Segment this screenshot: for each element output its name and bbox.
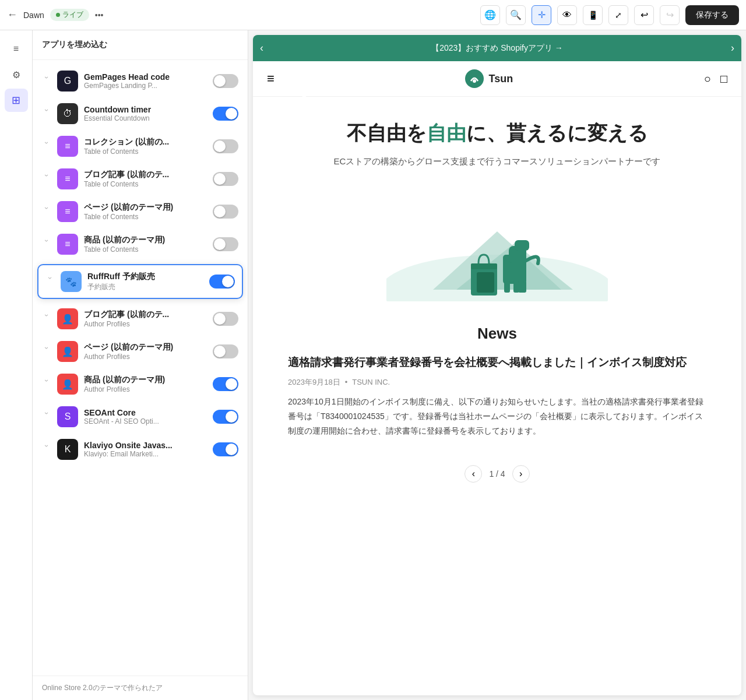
app-info-countdown: Countdown timerEssential Countdown	[84, 105, 207, 122]
app-sub-page2: Author Profiles	[84, 353, 207, 361]
article-body: 2023年10月1日開始のインボイス制度に備え、以下の通りお知らせいたします。当…	[288, 395, 706, 439]
toggle-gempage[interactable]	[213, 74, 238, 88]
app-icon-collection: ≡	[57, 136, 78, 157]
chevron-icon-seoant: ›	[43, 412, 51, 421]
store-name: Dawn	[23, 10, 44, 20]
app-item-gempage[interactable]: ›GGemPages Head codeGemPages Landing P..…	[33, 65, 248, 97]
mobile-icon-btn[interactable]: 📱	[583, 5, 603, 25]
banner-next[interactable]: ›	[731, 42, 734, 54]
app-name-collection: コレクション (以前の...	[84, 137, 207, 147]
sidebar-icon-apps[interactable]: ≡	[5, 37, 28, 61]
app-sub-collection: Table of Contents	[84, 147, 207, 156]
app-info-ruffruff: RuffRuff 予約販売予約販売	[87, 272, 203, 292]
article-meta: 2023年9月18日 • TSUN INC.	[288, 377, 706, 388]
app-item-countdown[interactable]: ›⏱Countdown timerEssential Countdown	[33, 97, 248, 130]
app-name-blog1: ブログ記事 (以前のテ...	[84, 170, 207, 180]
app-name-goods2: 商品 (以前のテーマ用)	[84, 375, 207, 385]
app-name-countdown: Countdown timer	[84, 105, 207, 114]
app-name-ruffruff: RuffRuff 予約販売	[87, 272, 203, 282]
app-icon-countdown: ⏱	[57, 103, 78, 124]
toggle-ruffruff[interactable]	[209, 275, 235, 289]
svg-rect-11	[518, 281, 524, 293]
app-info-page2: ページ (以前のテーマ用)Author Profiles	[84, 342, 207, 361]
toggle-collection[interactable]	[213, 139, 238, 153]
save-button[interactable]: 保存する	[685, 5, 739, 25]
sidebar-icon-layers[interactable]: ⊞	[5, 89, 28, 112]
app-item-page2[interactable]: ›👤ページ (以前のテーマ用)Author Profiles	[33, 335, 248, 368]
globe-icon-btn[interactable]: 🌐	[480, 5, 500, 25]
app-info-seoant: SEOAnt CoreSEOAnt - AI SEO Opti...	[84, 408, 207, 425]
back-button[interactable]: ←	[7, 9, 17, 21]
toggle-blog2[interactable]	[213, 312, 238, 326]
more-button[interactable]: •••	[95, 10, 104, 20]
share-icon-btn[interactable]: ⤢	[608, 5, 628, 25]
store-illustration-svg	[386, 196, 608, 301]
app-info-goods1: 商品 (以前のテーマ用)Table of Contents	[84, 235, 207, 254]
eye-icon-btn[interactable]: 👁	[557, 5, 577, 25]
app-sub-ruffruff: 予約販売	[87, 282, 203, 292]
chevron-icon-ruffruff: ›	[46, 277, 54, 286]
app-name-seoant: SEOAnt Core	[84, 408, 207, 417]
cursor-icon-btn[interactable]: ✛	[532, 5, 551, 25]
svg-rect-14	[477, 272, 494, 293]
app-item-ruffruff[interactable]: ›🐾RuffRuff 予約販売予約販売	[37, 264, 243, 299]
nav-search-btn[interactable]: ○	[704, 72, 711, 86]
app-list: ›GGemPages Head codeGemPages Landing P..…	[33, 60, 248, 676]
toggle-klaviyo[interactable]	[213, 442, 238, 456]
preview-frame: ‹ 【2023】おすすめ Shopifyアプリ → › ≡ Tsun ○	[253, 35, 741, 695]
toggle-page1[interactable]	[213, 205, 238, 219]
undo-btn[interactable]: ↩	[634, 5, 654, 25]
svg-rect-8	[504, 281, 510, 293]
store-logo: Tsun	[465, 69, 513, 88]
app-name-goods1: 商品 (以前のテーマ用)	[84, 235, 207, 245]
app-item-collection[interactable]: ›≡コレクション (以前の...Table of Contents	[33, 130, 248, 163]
app-sub-seoant: SEOAnt - AI SEO Opti...	[84, 417, 207, 425]
app-sub-klaviyo: Klaviyo: Email Marketi...	[84, 450, 207, 458]
app-icon-ruffruff: 🐾	[61, 271, 82, 292]
nav-cart-btn[interactable]: □	[720, 72, 727, 86]
redo-btn[interactable]: ↪	[660, 5, 680, 25]
news-title: News	[288, 325, 706, 343]
store-nav: ≡ Tsun ○ □	[253, 61, 741, 97]
app-info-collection: コレクション (以前の...Table of Contents	[84, 137, 207, 156]
app-item-klaviyo[interactable]: ›KKlaviyo Onsite Javas...Klaviyo: Email …	[33, 433, 248, 466]
banner-text: 【2023】おすすめ Shopifyアプリ →	[263, 43, 731, 54]
toggle-goods2[interactable]	[213, 377, 238, 391]
hamburger-menu[interactable]: ≡	[267, 71, 275, 86]
app-item-page1[interactable]: ›≡ページ (以前のテーマ用)Table of Contents	[33, 195, 248, 228]
app-name-blog2: ブログ記事 (以前のテ...	[84, 309, 207, 320]
chevron-icon-goods2: ›	[43, 379, 51, 389]
app-item-blog2[interactable]: ›👤ブログ記事 (以前のテ...Author Profiles	[33, 302, 248, 335]
app-icon-blog2: 👤	[57, 308, 78, 329]
search-icon-btn[interactable]: 🔍	[506, 5, 526, 25]
app-item-goods1[interactable]: ›≡商品 (以前のテーマ用)Table of Contents	[33, 228, 248, 261]
pagination: ‹ 1 / 4 ›	[253, 456, 741, 492]
app-info-gempage: GemPages Head codeGemPages Landing P...	[84, 72, 207, 90]
panel-sidebar: アプリを埋め込む ›GGemPages Head codeGemPages La…	[33, 30, 248, 700]
app-icon-gempage: G	[57, 71, 78, 92]
app-item-blog1[interactable]: ›≡ブログ記事 (以前のテ...Table of Contents	[33, 163, 248, 195]
hero-title: 不自由を自由に、貰えるに変える	[288, 120, 706, 147]
store-illustration	[253, 191, 741, 307]
app-icon-seoant: S	[57, 406, 78, 427]
app-sub-goods1: Table of Contents	[84, 245, 207, 254]
toggle-goods1[interactable]	[213, 237, 238, 251]
app-info-blog1: ブログ記事 (以前のテ...Table of Contents	[84, 170, 207, 188]
app-icon-page1: ≡	[57, 201, 78, 222]
toggle-blog1[interactable]	[213, 172, 238, 186]
store-news: News 適格請求書発行事業者登録番号を会社概要へ掲載しました｜インボイス制度対…	[253, 307, 741, 456]
page-next-btn[interactable]: ›	[512, 465, 530, 483]
icon-sidebar: ≡ ⚙ ⊞	[0, 30, 33, 700]
app-item-seoant[interactable]: ›SSEOAnt CoreSEOAnt - AI SEO Opti...	[33, 400, 248, 433]
toggle-page2[interactable]	[213, 344, 238, 358]
page-prev-btn[interactable]: ‹	[465, 465, 482, 483]
app-sub-countdown: Essential Countdown	[84, 114, 207, 122]
chevron-icon-blog1: ›	[43, 174, 51, 184]
toggle-countdown[interactable]	[213, 107, 238, 121]
sidebar-icon-settings[interactable]: ⚙	[5, 63, 28, 86]
chevron-icon-goods1: ›	[43, 240, 51, 249]
app-sub-blog2: Author Profiles	[84, 320, 207, 328]
app-item-goods2[interactable]: ›👤商品 (以前のテーマ用)Author Profiles	[33, 368, 248, 400]
panel-header: アプリを埋め込む	[33, 30, 248, 60]
toggle-seoant[interactable]	[213, 410, 238, 424]
